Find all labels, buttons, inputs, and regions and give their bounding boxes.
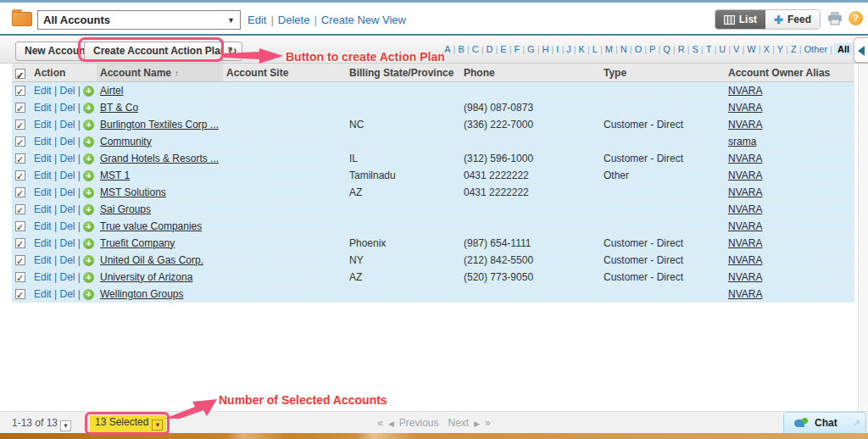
del-link[interactable]: Del (59, 237, 75, 249)
alphabet-link-e[interactable]: E (499, 44, 507, 54)
edit-link[interactable]: Edit (34, 288, 52, 300)
edit-link[interactable]: Edit (34, 220, 52, 232)
add-action-plan-icon[interactable]: + (83, 238, 94, 249)
edit-link[interactable]: Edit (34, 271, 52, 283)
create-new-view-link[interactable]: Create New View (321, 14, 406, 26)
account-name-link[interactable]: Wellington Groups (100, 288, 184, 300)
select-all-checkbox[interactable] (15, 69, 25, 79)
owner-alias-link[interactable]: NVARA (728, 153, 762, 164)
del-link[interactable]: Del (59, 254, 75, 266)
prev-page-icon[interactable]: ◀ (388, 420, 394, 428)
add-action-plan-icon[interactable]: + (83, 289, 94, 300)
edit-link[interactable]: Edit (34, 169, 52, 181)
owner-alias-link[interactable]: NVARA (728, 220, 762, 232)
account-name-link[interactable]: MST 1 (100, 169, 130, 181)
del-link[interactable]: Del (59, 271, 75, 283)
owner-alias-link[interactable]: NVARA (728, 288, 762, 300)
edit-link[interactable]: Edit (34, 254, 52, 266)
add-action-plan-icon[interactable]: + (83, 86, 94, 97)
first-page-icon[interactable]: « (377, 417, 383, 429)
row-checkbox[interactable] (15, 103, 25, 113)
owner-alias-link[interactable]: NVARA (728, 102, 762, 114)
alphabet-link-other[interactable]: Other (804, 44, 829, 54)
account-name-link[interactable]: True value Companies (100, 220, 202, 232)
account-name-link[interactable]: Grand Hotels & Resorts ... (100, 153, 219, 164)
del-link[interactable]: Del (59, 119, 75, 131)
del-link[interactable]: Del (59, 136, 75, 147)
row-checkbox[interactable] (15, 204, 25, 214)
edit-link[interactable]: Edit (34, 102, 52, 114)
edit-link[interactable]: Edit (34, 203, 52, 215)
row-checkbox[interactable] (15, 272, 25, 282)
edit-link[interactable]: Edit (34, 153, 52, 164)
chat-tab[interactable]: Chat ↗ (783, 412, 866, 433)
del-link[interactable]: Del (59, 288, 75, 300)
owner-alias-link[interactable]: NVARA (728, 203, 762, 215)
add-action-plan-icon[interactable]: + (83, 103, 94, 114)
row-checkbox[interactable] (15, 289, 25, 299)
add-action-plan-icon[interactable]: + (83, 136, 94, 147)
header-owner-alias[interactable]: Account Owner Alias (725, 64, 854, 81)
view-edit-link[interactable]: Edit (248, 14, 266, 26)
header-billing-state[interactable]: Billing State/Province (346, 64, 460, 81)
owner-alias-link[interactable]: NVARA (728, 186, 762, 198)
feed-toggle-button[interactable]: ✚ Feed (765, 10, 820, 29)
row-checkbox[interactable] (15, 136, 25, 147)
alphabet-link-k[interactable]: K (578, 44, 586, 54)
row-checkbox[interactable] (15, 255, 25, 265)
account-name-link[interactable]: University of Arizona (100, 271, 192, 283)
del-link[interactable]: Del (59, 186, 75, 198)
edit-link[interactable]: Edit (34, 85, 52, 97)
row-checkbox[interactable] (15, 170, 25, 181)
alphabet-link-j[interactable]: J (565, 44, 572, 54)
owner-alias-link[interactable]: NVARA (728, 85, 762, 97)
alphabet-link-m[interactable]: M (604, 44, 614, 54)
add-action-plan-icon[interactable]: + (83, 272, 94, 283)
last-page-icon[interactable]: » (485, 417, 491, 429)
alphabet-link-d[interactable]: D (485, 44, 493, 54)
add-action-plan-icon[interactable]: + (83, 153, 94, 164)
alphabet-link-z[interactable]: Z (790, 44, 798, 54)
del-link[interactable]: Del (59, 153, 75, 164)
row-checkbox[interactable] (15, 119, 25, 130)
header-account-site[interactable]: Account Site (223, 64, 346, 81)
edit-link[interactable]: Edit (34, 186, 52, 198)
account-name-link[interactable]: Truefit Company (100, 237, 175, 249)
list-toggle-button[interactable]: List (715, 10, 765, 29)
owner-alias-link[interactable]: srama (728, 136, 756, 147)
view-selector-dropdown[interactable]: All Accounts ▼ (37, 10, 241, 30)
help-icon[interactable]: ? (849, 11, 863, 25)
alphabet-link-g[interactable]: G (526, 44, 536, 54)
alphabet-link-o[interactable]: O (634, 44, 643, 54)
del-link[interactable]: Del (59, 85, 75, 97)
alphabet-link-l[interactable]: L (592, 44, 598, 54)
add-action-plan-icon[interactable]: + (83, 170, 94, 181)
alphabet-link-s[interactable]: S (692, 44, 699, 54)
edit-link[interactable]: Edit (34, 119, 52, 131)
owner-alias-link[interactable]: NVARA (728, 169, 762, 181)
owner-alias-link[interactable]: NVARA (728, 271, 762, 283)
alphabet-link-w[interactable]: W (746, 44, 756, 54)
add-action-plan-icon[interactable]: + (83, 221, 94, 232)
header-phone[interactable]: Phone (460, 64, 600, 81)
alphabet-link-b[interactable]: B (457, 44, 465, 54)
vertical-scrollbar[interactable] (858, 64, 868, 411)
sidebar-collapse-tab[interactable] (854, 37, 868, 63)
next-page-link[interactable]: Next (448, 417, 470, 429)
printer-icon[interactable] (827, 12, 843, 25)
row-checkbox[interactable] (15, 153, 25, 164)
header-account-name[interactable]: Account Name↑ (97, 64, 223, 81)
header-type[interactable]: Type (600, 64, 725, 81)
row-checkbox[interactable] (15, 187, 25, 197)
alphabet-link-r[interactable]: R (677, 44, 686, 54)
account-name-link[interactable]: MST Solutions (100, 186, 166, 198)
alphabet-link-f[interactable]: F (514, 44, 521, 54)
account-name-link[interactable]: Burlington Textiles Corp ... (100, 119, 219, 131)
edit-link[interactable]: Edit (34, 237, 52, 249)
owner-alias-link[interactable]: NVARA (728, 237, 762, 249)
add-action-plan-icon[interactable]: + (83, 204, 94, 215)
alphabet-link-h[interactable]: H (542, 44, 550, 54)
prev-page-link[interactable]: Previous (399, 417, 439, 429)
row-checkbox[interactable] (15, 86, 25, 96)
del-link[interactable]: Del (59, 220, 75, 232)
